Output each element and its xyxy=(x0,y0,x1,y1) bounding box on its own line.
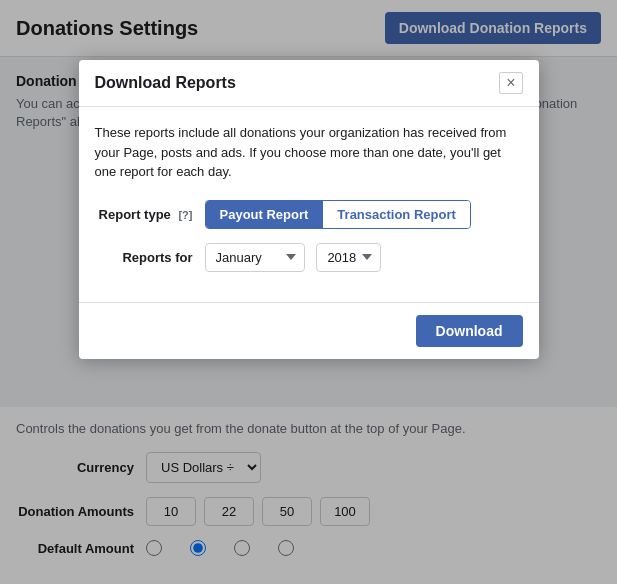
modal-footer: Download xyxy=(79,302,539,359)
report-type-label: Report type [?] xyxy=(95,207,205,222)
page-wrapper: Donations Settings Download Donation Rep… xyxy=(0,0,617,584)
modal-close-button[interactable]: × xyxy=(499,72,522,94)
month-select[interactable]: January February March April May June Ju… xyxy=(205,243,305,272)
report-type-toggle: Payout Report Transaction Report xyxy=(205,200,471,229)
reports-for-controls: January February March April May June Ju… xyxy=(205,243,390,272)
help-icon[interactable]: [?] xyxy=(178,209,192,221)
modal-title: Download Reports xyxy=(95,74,236,92)
reports-for-row: Reports for January February March April… xyxy=(95,243,523,272)
report-type-row: Report type [?] Payout Report Transactio… xyxy=(95,200,523,229)
download-button[interactable]: Download xyxy=(416,315,523,347)
modal-description: These reports include all donations your… xyxy=(95,123,523,182)
year-select[interactable]: 2016 2017 2018 2019 xyxy=(316,243,381,272)
modal-overlay: Download Reports × These reports include… xyxy=(0,0,617,584)
download-reports-modal: Download Reports × These reports include… xyxy=(79,60,539,359)
modal-body: These reports include all donations your… xyxy=(79,107,539,302)
reports-for-label: Reports for xyxy=(95,250,205,265)
transaction-report-button[interactable]: Transaction Report xyxy=(323,201,469,228)
modal-header: Download Reports × xyxy=(79,60,539,107)
payout-report-button[interactable]: Payout Report xyxy=(206,201,324,228)
